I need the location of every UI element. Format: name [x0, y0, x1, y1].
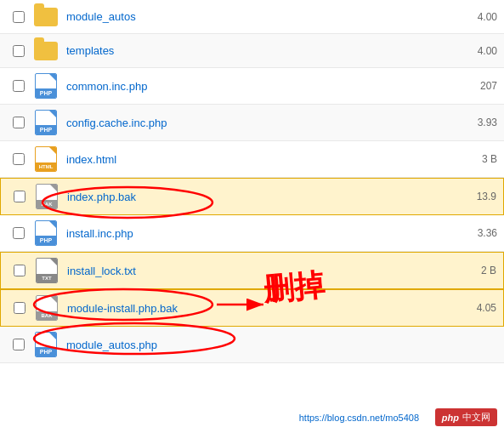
file-size: 4.00 [446, 45, 497, 57]
php-logo: php [442, 413, 459, 423]
table-row: PHPmodule_autos.php [0, 327, 504, 363]
row-checkbox[interactable] [13, 45, 25, 57]
bak-file-icon: BAK [36, 295, 58, 321]
php-file-icon: PHP [35, 332, 57, 357]
file-name[interactable]: common.inc.php [66, 80, 446, 93]
php-file-icon: PHP [35, 110, 57, 135]
file-size: 3.93 [446, 117, 497, 128]
row-checkbox[interactable] [13, 117, 25, 128]
row-checkbox[interactable] [13, 339, 25, 350]
php-file-icon: PHP [35, 220, 57, 246]
row-checkbox[interactable] [13, 11, 25, 23]
file-size: 4.05 [445, 302, 496, 314]
folder-icon [34, 42, 58, 60]
table-row: PHPconfig.cache.inc.php3.93 [0, 105, 504, 141]
bak-file-icon: BAK [36, 184, 58, 209]
table-row: BAKindex.php.bak13.9 [0, 178, 504, 215]
file-size: 13.9 [445, 191, 496, 202]
file-size: 207 [446, 80, 497, 92]
file-size: 2 B [445, 265, 496, 276]
table-row: module_autos4.00 [0, 0, 504, 34]
file-name[interactable]: module-install.php.bak [67, 302, 445, 315]
watermark-badge: php 中文网 [435, 408, 497, 426]
file-name[interactable]: index.php.bak [67, 191, 445, 203]
file-size: 3.36 [446, 227, 497, 239]
table-row: PHPinstall.inc.php3.36 [0, 215, 504, 252]
file-size: 3 B [446, 153, 497, 165]
table-row: TXTinstall_lock.txt2 B [0, 252, 504, 289]
row-checkbox[interactable] [13, 227, 25, 239]
file-name[interactable]: install.inc.php [66, 227, 446, 240]
txt-file-icon: TXT [36, 258, 58, 283]
file-list: module_autos4.00templates4.00PHPcommon.i… [0, 0, 504, 433]
row-checkbox[interactable] [14, 191, 25, 202]
table-row: HTMLindex.html3 B [0, 141, 504, 178]
table-row: templates4.00 [0, 34, 504, 68]
file-name[interactable]: templates [66, 44, 446, 57]
file-name[interactable]: index.html [66, 153, 446, 166]
table-row: BAKmodule-install.php.bak4.05 [0, 289, 504, 327]
file-name[interactable]: config.cache.inc.php [66, 117, 446, 129]
row-checkbox[interactable] [14, 302, 25, 314]
row-checkbox[interactable] [13, 80, 25, 92]
file-name[interactable]: module_autos.php [66, 339, 446, 351]
html-file-icon: HTML [35, 146, 57, 172]
row-checkbox[interactable] [14, 265, 25, 276]
watermark-label: 中文网 [462, 411, 490, 424]
file-name[interactable]: install_lock.txt [67, 265, 445, 277]
folder-icon [34, 8, 58, 26]
file-size: 4.00 [446, 11, 497, 23]
table-row: PHPcommon.inc.php207 [0, 68, 504, 105]
watermark-url: https://blog.csdn.net/mo5408 [299, 413, 419, 423]
file-name[interactable]: module_autos [66, 10, 446, 23]
php-file-icon: PHP [35, 73, 57, 99]
row-checkbox[interactable] [13, 153, 25, 165]
